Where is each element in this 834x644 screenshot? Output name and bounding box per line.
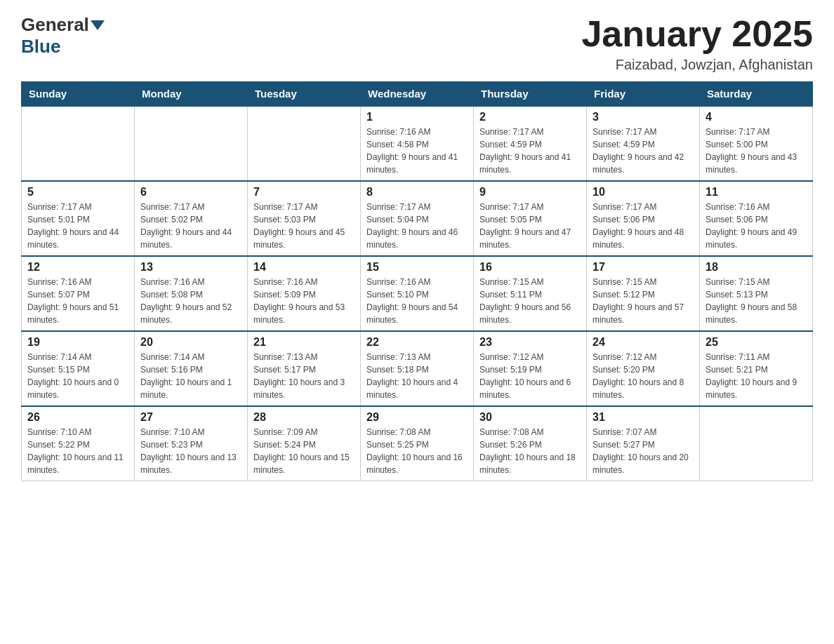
day-info: Sunrise: 7:14 AM Sunset: 5:16 PM Dayligh… — [140, 351, 241, 401]
calendar-week-row: 5Sunrise: 7:17 AM Sunset: 5:01 PM Daylig… — [22, 181, 813, 256]
calendar-day-cell — [22, 106, 135, 181]
day-info: Sunrise: 7:16 AM Sunset: 5:10 PM Dayligh… — [366, 276, 468, 326]
calendar-day-cell: 22Sunrise: 7:13 AM Sunset: 5:18 PM Dayli… — [361, 331, 474, 406]
calendar-day-cell: 23Sunrise: 7:12 AM Sunset: 5:19 PM Dayli… — [474, 331, 587, 406]
calendar-week-row: 1Sunrise: 7:16 AM Sunset: 4:58 PM Daylig… — [22, 106, 813, 181]
day-info: Sunrise: 7:17 AM Sunset: 5:03 PM Dayligh… — [253, 201, 355, 251]
day-number: 22 — [366, 336, 468, 349]
day-number: 16 — [479, 261, 581, 274]
day-info: Sunrise: 7:10 AM Sunset: 5:23 PM Dayligh… — [140, 426, 241, 476]
calendar-day-header: Friday — [587, 82, 700, 107]
day-info: Sunrise: 7:13 AM Sunset: 5:17 PM Dayligh… — [253, 351, 355, 401]
day-info: Sunrise: 7:17 AM Sunset: 5:00 PM Dayligh… — [706, 126, 807, 176]
calendar-day-cell — [135, 106, 248, 181]
calendar-week-row: 12Sunrise: 7:16 AM Sunset: 5:07 PM Dayli… — [22, 256, 813, 331]
day-number: 23 — [479, 336, 581, 349]
day-number: 17 — [593, 261, 694, 274]
calendar-day-cell: 17Sunrise: 7:15 AM Sunset: 5:12 PM Dayli… — [587, 256, 700, 331]
calendar-day-cell: 14Sunrise: 7:16 AM Sunset: 5:09 PM Dayli… — [248, 256, 361, 331]
day-info: Sunrise: 7:16 AM Sunset: 5:09 PM Dayligh… — [253, 276, 355, 326]
calendar-body: 1Sunrise: 7:16 AM Sunset: 4:58 PM Daylig… — [22, 106, 813, 481]
day-info: Sunrise: 7:15 AM Sunset: 5:12 PM Dayligh… — [593, 276, 694, 326]
calendar-day-cell: 2Sunrise: 7:17 AM Sunset: 4:59 PM Daylig… — [474, 106, 587, 181]
calendar-day-cell: 24Sunrise: 7:12 AM Sunset: 5:20 PM Dayli… — [587, 331, 700, 406]
logo-arrow-icon — [91, 20, 105, 30]
day-info: Sunrise: 7:15 AM Sunset: 5:13 PM Dayligh… — [706, 276, 807, 326]
day-number: 28 — [253, 411, 355, 424]
day-number: 19 — [27, 336, 128, 349]
day-info: Sunrise: 7:17 AM Sunset: 5:02 PM Dayligh… — [140, 201, 241, 251]
day-number: 5 — [27, 186, 128, 199]
day-info: Sunrise: 7:16 AM Sunset: 5:08 PM Dayligh… — [140, 276, 241, 326]
day-number: 29 — [366, 411, 468, 424]
title-block: January 2025 Faizabad, Jowzjan, Afghanis… — [581, 14, 813, 73]
day-info: Sunrise: 7:07 AM Sunset: 5:27 PM Dayligh… — [593, 426, 694, 476]
calendar-day-cell: 27Sunrise: 7:10 AM Sunset: 5:23 PM Dayli… — [135, 406, 248, 481]
day-info: Sunrise: 7:13 AM Sunset: 5:18 PM Dayligh… — [366, 351, 468, 401]
calendar-header-row: SundayMondayTuesdayWednesdayThursdayFrid… — [22, 82, 813, 107]
calendar-week-row: 26Sunrise: 7:10 AM Sunset: 5:22 PM Dayli… — [22, 406, 813, 481]
day-number: 11 — [706, 186, 807, 199]
logo: General Blue — [21, 14, 106, 58]
day-number: 20 — [140, 336, 241, 349]
day-info: Sunrise: 7:17 AM Sunset: 4:59 PM Dayligh… — [593, 126, 694, 176]
calendar-day-cell: 20Sunrise: 7:14 AM Sunset: 5:16 PM Dayli… — [135, 331, 248, 406]
calendar-day-cell: 10Sunrise: 7:17 AM Sunset: 5:06 PM Dayli… — [587, 181, 700, 256]
day-info: Sunrise: 7:08 AM Sunset: 5:26 PM Dayligh… — [479, 426, 581, 476]
day-info: Sunrise: 7:09 AM Sunset: 5:24 PM Dayligh… — [253, 426, 355, 476]
calendar-day-cell: 16Sunrise: 7:15 AM Sunset: 5:11 PM Dayli… — [474, 256, 587, 331]
day-info: Sunrise: 7:17 AM Sunset: 5:04 PM Dayligh… — [366, 201, 468, 251]
calendar-day-cell: 26Sunrise: 7:10 AM Sunset: 5:22 PM Dayli… — [22, 406, 135, 481]
calendar-day-cell: 6Sunrise: 7:17 AM Sunset: 5:02 PM Daylig… — [135, 181, 248, 256]
calendar-day-cell: 4Sunrise: 7:17 AM Sunset: 5:00 PM Daylig… — [700, 106, 813, 181]
calendar-day-cell: 19Sunrise: 7:14 AM Sunset: 5:15 PM Dayli… — [22, 331, 135, 406]
calendar-day-cell: 3Sunrise: 7:17 AM Sunset: 4:59 PM Daylig… — [587, 106, 700, 181]
day-number: 14 — [253, 261, 355, 274]
day-number: 3 — [593, 111, 694, 123]
logo-general-text: General — [21, 14, 89, 36]
day-number: 26 — [27, 411, 128, 424]
page-header: General Blue January 2025 Faizabad, Jowz… — [21, 14, 813, 73]
day-info: Sunrise: 7:16 AM Sunset: 5:07 PM Dayligh… — [27, 276, 128, 326]
day-info: Sunrise: 7:17 AM Sunset: 4:59 PM Dayligh… — [479, 126, 581, 176]
day-number: 6 — [140, 186, 241, 199]
day-number: 2 — [479, 111, 581, 123]
calendar-table: SundayMondayTuesdayWednesdayThursdayFrid… — [21, 81, 813, 481]
day-number: 27 — [140, 411, 241, 424]
day-info: Sunrise: 7:17 AM Sunset: 5:01 PM Dayligh… — [27, 201, 128, 251]
day-number: 21 — [253, 336, 355, 349]
calendar-day-cell: 11Sunrise: 7:16 AM Sunset: 5:06 PM Dayli… — [700, 181, 813, 256]
calendar-day-cell: 9Sunrise: 7:17 AM Sunset: 5:05 PM Daylig… — [474, 181, 587, 256]
day-info: Sunrise: 7:15 AM Sunset: 5:11 PM Dayligh… — [479, 276, 581, 326]
calendar-day-cell: 1Sunrise: 7:16 AM Sunset: 4:58 PM Daylig… — [361, 106, 474, 181]
calendar-day-header: Monday — [135, 82, 248, 107]
day-info: Sunrise: 7:16 AM Sunset: 4:58 PM Dayligh… — [366, 126, 468, 176]
day-info: Sunrise: 7:11 AM Sunset: 5:21 PM Dayligh… — [706, 351, 807, 401]
calendar-day-cell: 12Sunrise: 7:16 AM Sunset: 5:07 PM Dayli… — [22, 256, 135, 331]
calendar-day-cell: 13Sunrise: 7:16 AM Sunset: 5:08 PM Dayli… — [135, 256, 248, 331]
calendar-day-header: Saturday — [700, 82, 813, 107]
calendar-day-cell: 18Sunrise: 7:15 AM Sunset: 5:13 PM Dayli… — [700, 256, 813, 331]
day-number: 25 — [706, 336, 807, 349]
day-number: 8 — [366, 186, 468, 199]
calendar-day-header: Thursday — [474, 82, 587, 107]
day-number: 12 — [27, 261, 128, 274]
day-number: 10 — [593, 186, 694, 199]
day-info: Sunrise: 7:12 AM Sunset: 5:19 PM Dayligh… — [479, 351, 581, 401]
calendar-day-cell: 21Sunrise: 7:13 AM Sunset: 5:17 PM Dayli… — [248, 331, 361, 406]
calendar-day-cell: 30Sunrise: 7:08 AM Sunset: 5:26 PM Dayli… — [474, 406, 587, 481]
day-number: 13 — [140, 261, 241, 274]
calendar-week-row: 19Sunrise: 7:14 AM Sunset: 5:15 PM Dayli… — [22, 331, 813, 406]
day-number: 18 — [706, 261, 807, 274]
calendar-day-header: Wednesday — [361, 82, 474, 107]
calendar-day-cell: 15Sunrise: 7:16 AM Sunset: 5:10 PM Dayli… — [361, 256, 474, 331]
calendar-day-header: Sunday — [22, 82, 135, 107]
day-number: 31 — [593, 411, 694, 424]
calendar-day-cell: 7Sunrise: 7:17 AM Sunset: 5:03 PM Daylig… — [248, 181, 361, 256]
month-title: January 2025 — [581, 14, 813, 54]
day-info: Sunrise: 7:14 AM Sunset: 5:15 PM Dayligh… — [27, 351, 128, 401]
day-info: Sunrise: 7:08 AM Sunset: 5:25 PM Dayligh… — [366, 426, 468, 476]
calendar-day-cell: 5Sunrise: 7:17 AM Sunset: 5:01 PM Daylig… — [22, 181, 135, 256]
day-info: Sunrise: 7:12 AM Sunset: 5:20 PM Dayligh… — [593, 351, 694, 401]
location: Faizabad, Jowzjan, Afghanistan — [581, 57, 813, 73]
